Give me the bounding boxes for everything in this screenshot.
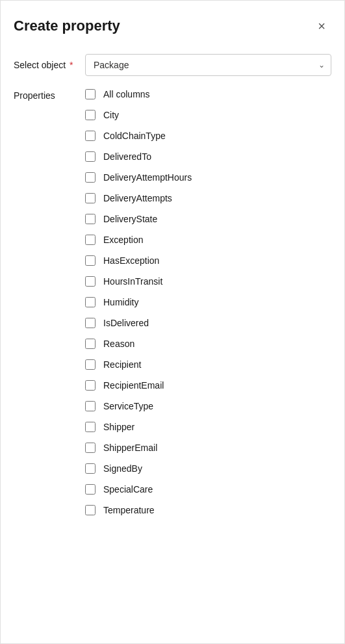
list-item: City [85, 107, 331, 123]
list-item: ServiceType [85, 398, 331, 414]
select-object-dropdown[interactable]: Package Shipment Order [85, 54, 331, 76]
is-delivered-checkbox[interactable] [85, 318, 96, 328]
shipper-checkbox[interactable] [85, 422, 96, 432]
city-checkbox[interactable] [85, 110, 96, 120]
hours-in-transit-label[interactable]: HoursInTransit [103, 276, 162, 287]
reason-label[interactable]: Reason [103, 339, 134, 349]
hours-in-transit-checkbox[interactable] [85, 276, 96, 287]
select-object-wrapper: Package Shipment Order ⌄ [85, 54, 331, 76]
create-property-panel: Create property × Select object * Packag… [0, 0, 345, 644]
list-item: Shipper [85, 419, 331, 435]
delivery-attempts-checkbox[interactable] [85, 193, 96, 203]
service-type-label[interactable]: ServiceType [103, 401, 153, 411]
shipper-email-label[interactable]: ShipperEmail [103, 443, 157, 453]
delivery-attempts-label[interactable]: DeliveryAttempts [103, 193, 172, 203]
reason-checkbox[interactable] [85, 339, 96, 349]
list-item: Temperature [85, 502, 331, 518]
signed-by-checkbox[interactable] [85, 463, 96, 474]
list-item: Exception [85, 232, 331, 248]
special-care-checkbox[interactable] [85, 484, 96, 495]
properties-list: All columns City ColdChainType Delivered… [85, 89, 331, 523]
list-item: DeliveryAttemptHours [85, 170, 331, 185]
has-exception-label[interactable]: HasException [103, 255, 159, 266]
recipient-email-label[interactable]: RecipientEmail [103, 380, 164, 391]
cold-chain-type-label[interactable]: ColdChainType [103, 131, 166, 141]
list-item: HoursInTransit [85, 274, 331, 289]
list-item: ShipperEmail [85, 440, 331, 456]
delivery-state-label[interactable]: DeliveryState [103, 214, 157, 224]
recipient-checkbox[interactable] [85, 359, 96, 370]
delivery-attempt-hours-label[interactable]: DeliveryAttemptHours [103, 172, 192, 183]
properties-label: Properties [14, 89, 85, 101]
humidity-label[interactable]: Humidity [103, 297, 138, 307]
special-care-label[interactable]: SpecialCare [103, 484, 153, 495]
list-item: Recipient [85, 357, 331, 372]
list-item: DeliveredTo [85, 149, 331, 164]
delivery-state-checkbox[interactable] [85, 214, 96, 224]
humidity-checkbox[interactable] [85, 297, 96, 307]
shipper-label[interactable]: Shipper [103, 422, 134, 432]
delivery-attempt-hours-checkbox[interactable] [85, 172, 96, 183]
delivered-to-checkbox[interactable] [85, 151, 96, 162]
list-item: Humidity [85, 294, 331, 310]
list-item: SignedBy [85, 461, 331, 476]
list-item: RecipientEmail [85, 378, 331, 393]
all-columns-checkbox[interactable] [85, 89, 96, 99]
service-type-checkbox[interactable] [85, 401, 96, 411]
shipper-email-checkbox[interactable] [85, 443, 96, 453]
all-columns-label[interactable]: All columns [103, 89, 150, 99]
panel-header: Create property × [14, 16, 331, 36]
list-item: ColdChainType [85, 128, 331, 144]
list-item: HasException [85, 253, 331, 268]
panel-title: Create property [14, 18, 120, 34]
has-exception-checkbox[interactable] [85, 255, 96, 266]
required-indicator: * [67, 60, 73, 70]
list-item: Reason [85, 336, 331, 352]
exception-checkbox[interactable] [85, 235, 96, 245]
close-button[interactable]: × [312, 16, 331, 36]
delivered-to-label[interactable]: DeliveredTo [103, 151, 151, 162]
cold-chain-type-checkbox[interactable] [85, 131, 96, 141]
all-columns-row: All columns [85, 89, 331, 99]
list-item: DeliveryState [85, 211, 331, 227]
signed-by-label[interactable]: SignedBy [103, 463, 142, 474]
is-delivered-label[interactable]: IsDelivered [103, 318, 149, 328]
recipient-email-checkbox[interactable] [85, 380, 96, 391]
temperature-checkbox[interactable] [85, 505, 96, 515]
city-label[interactable]: City [103, 110, 119, 120]
exception-label[interactable]: Exception [103, 235, 143, 245]
select-object-label: Select object * [14, 60, 85, 70]
list-item: IsDelivered [85, 315, 331, 331]
recipient-label[interactable]: Recipient [103, 359, 141, 370]
select-object-row: Select object * Package Shipment Order ⌄ [14, 54, 331, 76]
properties-section: Properties All columns City ColdChainTyp… [14, 89, 331, 523]
temperature-label[interactable]: Temperature [103, 505, 155, 515]
list-item: DeliveryAttempts [85, 190, 331, 206]
list-item: SpecialCare [85, 482, 331, 497]
